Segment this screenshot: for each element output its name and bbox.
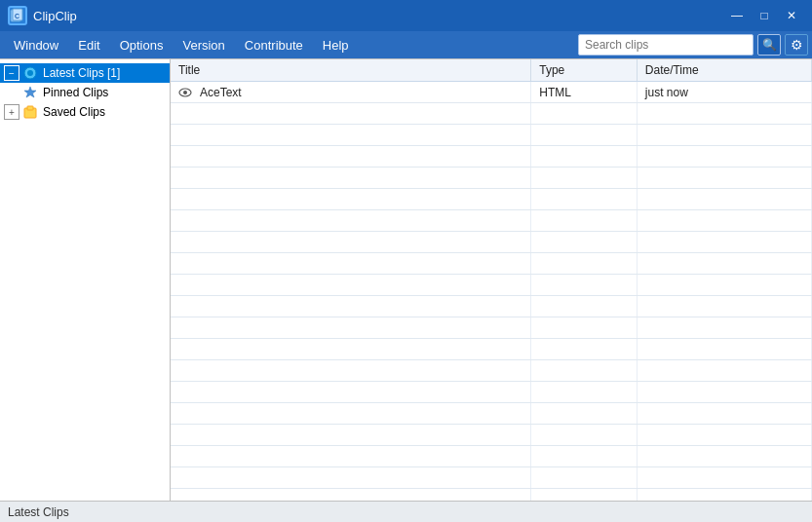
app-title: ClipClip bbox=[33, 9, 724, 23]
cell-type bbox=[531, 125, 638, 146]
cell-title bbox=[171, 232, 531, 253]
cell-datetime bbox=[637, 146, 811, 168]
cell-datetime bbox=[637, 360, 811, 382]
cell-datetime bbox=[637, 489, 811, 502]
table-row[interactable] bbox=[171, 232, 812, 253]
cell-datetime bbox=[637, 296, 811, 317]
cell-type bbox=[531, 168, 638, 189]
cell-type bbox=[531, 403, 638, 425]
cell-title bbox=[171, 296, 531, 317]
table-row[interactable] bbox=[171, 317, 812, 339]
title-bar: C ClipClip — □ ✕ bbox=[0, 0, 812, 31]
table-row[interactable] bbox=[171, 146, 812, 168]
svg-text:C: C bbox=[15, 13, 19, 19]
cell-title bbox=[171, 146, 531, 168]
sidebar: − Latest Clips [1] Pinned Clips + bbox=[0, 59, 171, 501]
cell-datetime bbox=[637, 189, 811, 210]
cell-datetime bbox=[637, 425, 811, 446]
cell-title bbox=[171, 317, 531, 339]
table-row[interactable] bbox=[171, 382, 812, 403]
main-area: − Latest Clips [1] Pinned Clips + bbox=[0, 58, 812, 501]
table-row[interactable] bbox=[171, 103, 812, 125]
table-row[interactable] bbox=[171, 403, 812, 425]
table-row[interactable] bbox=[171, 275, 812, 296]
table-row[interactable] bbox=[171, 467, 812, 489]
status-bar: Latest Clips bbox=[0, 501, 812, 522]
cell-title bbox=[171, 210, 531, 232]
sidebar-item-saved-clips[interactable]: + Saved Clips bbox=[0, 102, 170, 122]
cell-title bbox=[171, 253, 531, 275]
toolbar-right: 🔍 ⚙ bbox=[578, 34, 808, 56]
settings-button[interactable]: ⚙ bbox=[785, 34, 808, 56]
content-area: Title Type Date/Time AceTextHTMLjust now bbox=[171, 59, 812, 501]
sidebar-item-pinned-clips[interactable]: Pinned Clips bbox=[0, 83, 170, 102]
clips-table: Title Type Date/Time AceTextHTMLjust now bbox=[171, 59, 812, 501]
cell-datetime bbox=[637, 232, 811, 253]
table-row[interactable] bbox=[171, 339, 812, 360]
cell-title: AceText bbox=[171, 82, 531, 103]
saved-clips-label: Saved Clips bbox=[43, 105, 105, 119]
table-row[interactable] bbox=[171, 489, 812, 502]
pinned-clips-icon bbox=[21, 85, 39, 100]
svg-point-4 bbox=[27, 70, 33, 76]
menu-options[interactable]: Options bbox=[110, 34, 174, 56]
cell-title bbox=[171, 168, 531, 189]
cell-title bbox=[171, 446, 531, 467]
col-header-title: Title bbox=[171, 59, 531, 82]
cell-title bbox=[171, 467, 531, 489]
cell-datetime bbox=[637, 446, 811, 467]
window-controls: — □ ✕ bbox=[724, 6, 804, 25]
cell-datetime bbox=[637, 168, 811, 189]
cell-datetime bbox=[637, 382, 811, 403]
table-row[interactable] bbox=[171, 168, 812, 189]
cell-datetime bbox=[637, 403, 811, 425]
latest-clips-icon bbox=[21, 65, 39, 81]
cell-datetime bbox=[637, 339, 811, 360]
cell-title bbox=[171, 425, 531, 446]
cell-type bbox=[531, 467, 638, 489]
menu-help[interactable]: Help bbox=[313, 34, 359, 56]
table-row[interactable] bbox=[171, 210, 812, 232]
cell-type bbox=[531, 317, 638, 339]
search-button[interactable]: 🔍 bbox=[757, 34, 781, 56]
cell-type bbox=[531, 103, 638, 125]
sidebar-item-latest-clips[interactable]: − Latest Clips [1] bbox=[0, 63, 170, 83]
table-row[interactable]: AceTextHTMLjust now bbox=[171, 82, 812, 103]
search-input[interactable] bbox=[578, 34, 754, 56]
cell-title bbox=[171, 403, 531, 425]
search-icon: 🔍 bbox=[762, 38, 777, 52]
table-row[interactable] bbox=[171, 296, 812, 317]
cell-datetime: just now bbox=[637, 82, 811, 103]
maximize-button[interactable]: □ bbox=[752, 6, 777, 25]
table-row[interactable] bbox=[171, 125, 812, 146]
cell-datetime bbox=[637, 253, 811, 275]
table-row[interactable] bbox=[171, 360, 812, 382]
cell-type bbox=[531, 146, 638, 168]
table-row[interactable] bbox=[171, 253, 812, 275]
cell-type bbox=[531, 360, 638, 382]
menu-contribute[interactable]: Contribute bbox=[235, 34, 313, 56]
table-row[interactable] bbox=[171, 425, 812, 446]
col-header-datetime: Date/Time bbox=[637, 59, 811, 82]
table-row[interactable] bbox=[171, 446, 812, 467]
close-button[interactable]: ✕ bbox=[779, 6, 804, 25]
minimize-button[interactable]: — bbox=[724, 6, 750, 25]
cell-datetime bbox=[637, 125, 811, 146]
clip-type-icon bbox=[178, 86, 196, 99]
cell-title bbox=[171, 103, 531, 125]
saved-clips-expand-icon[interactable]: + bbox=[4, 104, 19, 120]
menu-version[interactable]: Version bbox=[173, 34, 234, 56]
cell-datetime bbox=[637, 467, 811, 489]
cell-title bbox=[171, 382, 531, 403]
table-row[interactable] bbox=[171, 189, 812, 210]
cell-type bbox=[531, 382, 638, 403]
cell-datetime bbox=[637, 103, 811, 125]
cell-title bbox=[171, 275, 531, 296]
menu-window[interactable]: Window bbox=[4, 34, 68, 56]
latest-clips-expand-icon[interactable]: − bbox=[4, 65, 19, 81]
cell-type bbox=[531, 189, 638, 210]
cell-type bbox=[531, 232, 638, 253]
menu-edit[interactable]: Edit bbox=[68, 34, 109, 56]
cell-title bbox=[171, 189, 531, 210]
svg-point-8 bbox=[183, 91, 187, 94]
